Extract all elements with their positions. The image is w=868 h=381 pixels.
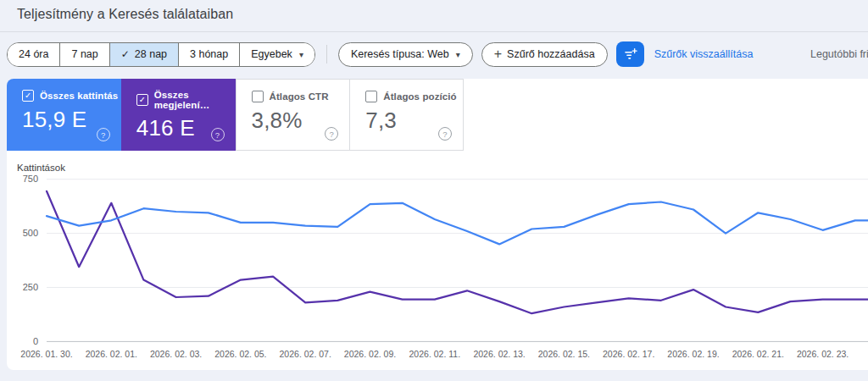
series-line-összes-kattintás	[47, 202, 868, 245]
checkbox-checked[interactable]: ✓	[136, 94, 148, 106]
last-updated-text: Legutóbbi fris	[810, 48, 868, 60]
date-range-label: 24 óra	[19, 48, 48, 60]
metric-card-átlagos-ctr[interactable]: Átlagos CTR3,8%?	[236, 79, 350, 151]
help-circle-icon[interactable]: ?	[211, 128, 225, 141]
add-filter-button[interactable]: + Szűrő hozzáadása	[481, 42, 608, 67]
date-range-24-óra[interactable]: 24 óra	[8, 43, 59, 66]
performance-page: Teljesítmény a Keresés találataiban 24 ó…	[0, 0, 868, 381]
metric-card-átlagos-pozíció[interactable]: Átlagos pozíció7,3?	[349, 79, 464, 151]
add-filter-label: Szűrő hozzáadása	[507, 48, 595, 60]
chevron-down-icon: ▾	[299, 50, 303, 59]
metric-label: Átlagos pozíció	[383, 91, 456, 102]
metric-cards: ✓Összes kattintás15,9 E?✓Összes megjelen…	[7, 79, 464, 151]
checkbox-checked[interactable]: ✓	[22, 90, 34, 102]
reset-filters-link[interactable]: Szűrők visszaállítása	[654, 48, 754, 60]
help-circle-icon[interactable]: ?	[438, 127, 452, 141]
filter-compare-button[interactable]	[616, 41, 644, 67]
date-range-3-hónap[interactable]: 3 hónap	[178, 43, 239, 66]
help-circle-icon[interactable]: ?	[97, 128, 110, 141]
date-range-label: 28 nap	[135, 48, 167, 60]
search-type-button[interactable]: Keresés típusa: Web ▾	[338, 42, 473, 67]
line-chart[interactable]	[0, 161, 868, 354]
toolbar: 24 óra7 nap✓28 nap3 hónapEgyebek▾ Keresé…	[7, 42, 753, 66]
metric-card-összes-megjelení-[interactable]: ✓Összes megjelení…416 E?	[121, 79, 236, 151]
toolbar-divider	[326, 45, 327, 64]
header-divider	[0, 31, 868, 32]
check-icon: ✓	[121, 48, 130, 60]
series-line-összes-megjelenítés	[47, 191, 868, 313]
metric-label: Összes megjelení…	[154, 90, 236, 110]
date-range-egyebek[interactable]: Egyebek▾	[239, 43, 314, 66]
checkbox-unchecked[interactable]	[365, 91, 377, 102]
filter-plus-icon	[622, 47, 638, 63]
date-range-label: 3 hónap	[190, 48, 228, 60]
date-range-7-nap[interactable]: 7 nap	[59, 43, 108, 66]
search-type-label: Keresés típusa: Web	[351, 48, 449, 60]
date-range-label: 7 nap	[71, 48, 97, 60]
metric-card-összes-kattintás[interactable]: ✓Összes kattintás15,9 E?	[7, 79, 121, 151]
help-circle-icon[interactable]: ?	[325, 127, 338, 141]
checkbox-unchecked[interactable]	[252, 91, 264, 102]
metric-label: Összes kattintás	[40, 91, 118, 101]
chevron-down-icon: ▾	[456, 50, 460, 59]
date-range-label: Egyebek	[251, 48, 292, 60]
page-title: Teljesítmény a Keresés találataiban	[17, 7, 233, 22]
plus-icon: +	[494, 47, 502, 61]
date-range-segmented: 24 óra7 nap✓28 nap3 hónapEgyebek▾	[7, 42, 315, 67]
metric-label: Átlagos CTR	[270, 91, 329, 102]
date-range-28-nap[interactable]: ✓28 nap	[109, 43, 178, 66]
